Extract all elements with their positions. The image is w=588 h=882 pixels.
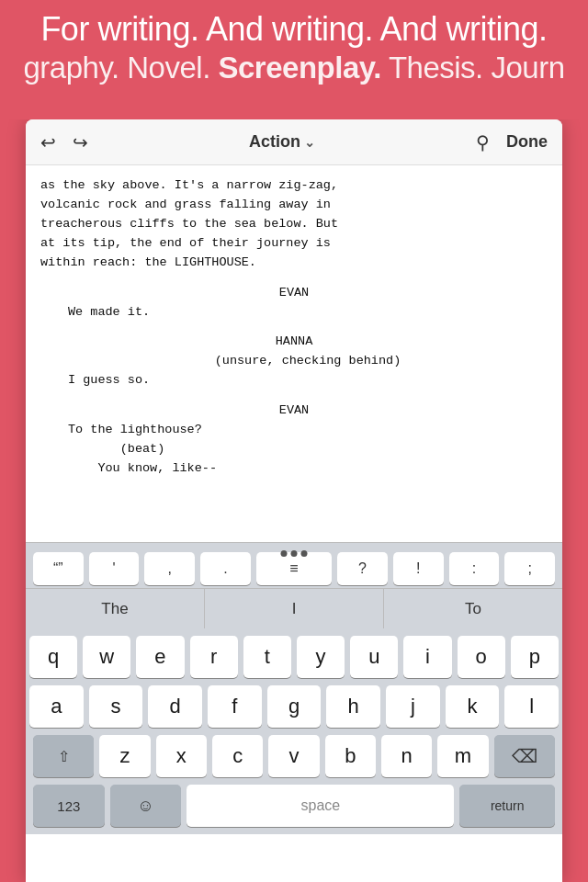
action-label: Action <box>249 132 300 152</box>
action-menu-button[interactable]: Action ⌄ <box>249 132 315 152</box>
key-z[interactable]: z <box>99 735 150 777</box>
keyboard: q w e r t y u i o p a s d f g h j k l ⇧ … <box>26 628 562 834</box>
pred-to[interactable]: To <box>384 589 562 628</box>
parenthetical-hanna: (unsure, checking behind) <box>40 352 548 371</box>
acc-key-semicolon[interactable]: ; <box>504 552 555 585</box>
toolbar-right: ⚲ Done <box>476 131 548 153</box>
key-f[interactable]: f <box>208 685 262 728</box>
key-w[interactable]: w <box>83 636 130 678</box>
acc-key-period[interactable]: . <box>200 552 251 585</box>
key-e[interactable]: e <box>136 636 184 678</box>
screenplay-editor[interactable]: as the sky above. It's a narrow zig-zag,… <box>26 165 562 542</box>
key-h[interactable]: h <box>326 685 380 728</box>
key-row-1: q w e r t y u i o p <box>29 636 559 678</box>
numbers-key[interactable]: 123 <box>33 785 105 827</box>
dialogue-text-evan-1: We made it. <box>40 303 548 322</box>
accessory-dots <box>281 550 308 557</box>
dialogue-text-evan-2: To the lighthouse? (beat) You know, like… <box>40 421 548 479</box>
marketing-line2-highlight: Screenplay. <box>219 51 381 85</box>
marketing-banner: For writing. And writing. And writing. g… <box>0 0 588 119</box>
dot-1 <box>281 550 288 557</box>
key-k[interactable]: k <box>446 685 500 728</box>
key-p[interactable]: p <box>511 636 559 678</box>
key-u[interactable]: u <box>350 636 398 678</box>
key-q[interactable]: q <box>29 636 77 678</box>
accessory-keys: “” ' , . ≡ ? ! : ; <box>26 543 562 589</box>
redo-button[interactable]: ↪ <box>73 131 88 153</box>
key-row-2: a s d f g h j k l <box>29 685 559 728</box>
marketing-line1: For writing. And writing. And writing. <box>0 9 588 49</box>
key-a[interactable]: a <box>29 685 84 728</box>
character-name-evan: EVAN <box>40 284 548 303</box>
dot-2 <box>291 550 298 557</box>
chevron-down-icon: ⌄ <box>304 135 315 150</box>
return-key[interactable]: return <box>459 785 555 827</box>
shift-key[interactable]: ⇧ <box>33 735 94 777</box>
key-v[interactable]: v <box>268 735 319 777</box>
character-name-hanna: HANNA <box>40 333 548 352</box>
dialogue-block-evan-1: EVAN We made it. <box>40 284 548 322</box>
action-block: as the sky above. It's a narrow zig-zag,… <box>40 176 548 273</box>
dialogue-block-hanna: HANNA (unsure, checking behind) I guess … <box>40 333 548 390</box>
acc-key-apostrophe[interactable]: ' <box>89 552 140 585</box>
emoji-key[interactable]: ☺ <box>110 785 182 827</box>
dialogue-block-evan-2: EVAN To the lighthouse? (beat) You know,… <box>40 401 548 479</box>
dialogue-text-hanna: I guess so. <box>40 371 548 390</box>
done-button[interactable]: Done <box>506 132 548 152</box>
acc-key-quotes[interactable]: “” <box>33 552 84 585</box>
key-g[interactable]: g <box>267 685 322 728</box>
key-row-4: 123 ☺ space return <box>29 781 559 831</box>
key-l[interactable]: l <box>504 685 559 728</box>
key-i[interactable]: i <box>403 636 451 678</box>
key-o[interactable]: o <box>458 636 505 678</box>
marketing-line2: graphy. Novel. Screenplay. Thesis. Journ <box>0 49 588 88</box>
key-r[interactable]: r <box>190 636 238 678</box>
key-y[interactable]: y <box>297 636 345 678</box>
marketing-line2-after: Thesis. Journ <box>381 51 565 85</box>
acc-key-exclaim[interactable]: ! <box>393 552 444 585</box>
search-button[interactable]: ⚲ <box>476 131 490 153</box>
undo-button[interactable]: ↩ <box>40 131 56 153</box>
pred-i[interactable]: I <box>205 589 384 628</box>
dot-3 <box>301 550 308 557</box>
acc-key-colon[interactable]: : <box>449 552 500 585</box>
key-row-3: ⇧ z x c v b n m <box>29 735 559 781</box>
key-n[interactable]: n <box>381 735 432 777</box>
acc-key-question[interactable]: ? <box>337 552 388 585</box>
key-d[interactable]: d <box>148 685 202 728</box>
key-c[interactable]: c <box>212 735 263 777</box>
character-name-evan-2: EVAN <box>40 401 548 421</box>
marketing-line2-before: graphy. Novel. <box>24 51 219 85</box>
key-x[interactable]: x <box>156 735 207 777</box>
space-key[interactable]: space <box>187 785 454 827</box>
pred-the[interactable]: The <box>26 589 205 628</box>
key-b[interactable]: b <box>325 735 376 777</box>
accessory-bar: “” ' , . ≡ ? ! : ; <box>26 542 562 588</box>
toolbar-left: ↩ ↪ <box>40 131 88 153</box>
toolbar: ↩ ↪ Action ⌄ ⚲ Done <box>26 119 562 165</box>
phone-frame: ↩ ↪ Action ⌄ ⚲ Done as the sky above. It… <box>26 119 562 882</box>
backspace-key[interactable] <box>494 735 555 777</box>
predictive-bar: The I To <box>26 588 562 628</box>
key-t[interactable]: t <box>243 636 291 678</box>
key-m[interactable]: m <box>437 735 488 777</box>
acc-key-comma[interactable]: , <box>144 552 195 585</box>
key-j[interactable]: j <box>386 685 440 728</box>
key-s[interactable]: s <box>89 685 143 728</box>
